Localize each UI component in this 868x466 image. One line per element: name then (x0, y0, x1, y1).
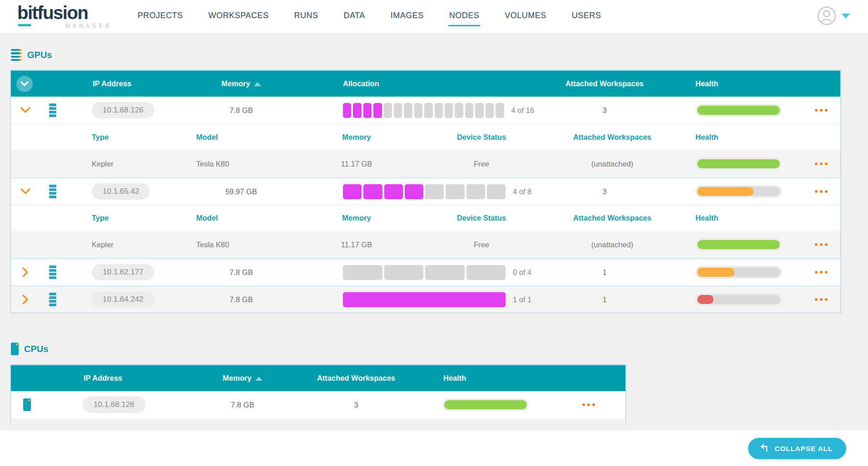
allocation-bar (343, 103, 504, 118)
workspaces-count: 1 (534, 295, 675, 304)
node-icon (49, 265, 56, 279)
gpu-row: 10.1.65.42 59.97 GB 4 of 8 3 (11, 177, 840, 205)
nav-runs[interactable]: RUNS (293, 7, 319, 26)
memory-value: 7.8 GB (193, 106, 289, 115)
col-ip-address: IP Address (66, 79, 193, 88)
ip-address-pill: 10.1.64.242 (92, 291, 154, 308)
nav-users[interactable]: USERS (571, 7, 602, 26)
expand-row-button[interactable] (11, 267, 40, 277)
nav-images[interactable]: IMAGES (390, 7, 425, 26)
subcol-health: Health (675, 214, 802, 222)
health-bar (420, 398, 551, 411)
collapse-all-button[interactable]: COLLAPSE ALL (748, 438, 846, 459)
allocation-label: 4 of 16 (511, 106, 534, 115)
subcol-type: Type (82, 133, 186, 142)
gpu-device-row: Kepler Tesla K80 11.17 GB Free (unattach… (11, 150, 840, 177)
col-health: Health (420, 374, 551, 383)
row-actions-button[interactable] (551, 403, 625, 406)
col-memory-sortable[interactable]: Memory (193, 374, 293, 383)
footer-bar: COLLAPSE ALL (0, 431, 868, 466)
ip-address-pill: 10.1.65.42 (92, 183, 150, 200)
node-icon (49, 103, 56, 117)
main-nav: PROJECTS WORKSPACES RUNS DATA IMAGES NOD… (137, 7, 602, 26)
subcol-attached-workspaces: Attached Workspaces (550, 214, 675, 222)
col-health: Health (675, 79, 802, 88)
sort-asc-icon (255, 377, 263, 381)
workspaces-count: 1 (534, 268, 675, 277)
collapse-arrow-icon (759, 444, 769, 454)
cpus-table: IP Address Memory Attached Workspaces He… (10, 364, 626, 425)
device-memory: 11.17 GB (300, 160, 413, 168)
health-bar (675, 185, 802, 198)
collapse-row-button[interactable] (11, 188, 40, 195)
workspaces-count: 3 (293, 401, 420, 409)
allocation-cell: 1 of 1 (289, 292, 534, 307)
gpu-row: 10.1.64.242 7.8 GB 1 of 1 1 (11, 285, 840, 313)
row-actions-button[interactable] (802, 190, 840, 193)
ip-address-pill: 10.1.68.126 (83, 397, 145, 413)
memory-value: 7.8 GB (193, 401, 293, 409)
health-bar (675, 293, 802, 306)
row-actions-button[interactable] (802, 243, 840, 246)
cpus-section: CPUs IP Address Memory Attached Workspac… (0, 343, 868, 425)
nav-data[interactable]: DATA (342, 7, 366, 26)
gpus-section: GPUs IP Address Memory Allocation Attach… (0, 49, 868, 314)
gpus-title: GPUs (27, 50, 52, 60)
user-menu[interactable] (817, 6, 850, 25)
ip-address-pill: 10.1.68.126 (92, 102, 154, 118)
nav-nodes[interactable]: NODES (448, 7, 481, 26)
col-memory-sortable[interactable]: Memory (193, 79, 289, 88)
cpu-node-icon (23, 398, 31, 411)
collapse-row-button[interactable] (11, 107, 40, 113)
nav-projects[interactable]: PROJECTS (137, 7, 184, 26)
device-memory: 11.17 GB (300, 240, 413, 249)
gpus-icon (11, 49, 22, 61)
nav-workspaces[interactable]: WORKSPACES (208, 7, 270, 26)
health-bar (675, 104, 802, 117)
device-type: Kepler (82, 160, 186, 168)
nav-volumes[interactable]: VOLUMES (504, 7, 547, 26)
chevron-down-icon (20, 81, 29, 87)
device-model: Tesla K80 (186, 160, 300, 168)
health-bar (675, 157, 802, 170)
node-icon (49, 293, 56, 306)
cpu-row-partial (11, 418, 625, 425)
chevron-right-icon (22, 267, 29, 277)
brand-name: bitfusion (17, 4, 112, 21)
subcol-model: Model (186, 214, 300, 222)
allocation-label: 1 of 1 (513, 295, 531, 304)
health-bar (675, 266, 802, 279)
subcol-health: Health (675, 133, 802, 142)
allocation-cell: 4 of 16 (289, 103, 534, 118)
gpu-row: 10.1.68.126 7.8 GB 4 of 16 3 (11, 97, 840, 124)
device-model: Tesla K80 (186, 240, 300, 249)
device-status: Free (413, 240, 550, 249)
workspaces-count: 3 (534, 187, 675, 196)
gpu-device-row: Kepler Tesla K80 11.17 GB Free (unattach… (11, 231, 840, 258)
subcol-memory: Memory (300, 133, 413, 142)
subcol-device-status: Device Status (413, 133, 550, 142)
chevron-right-icon (22, 294, 29, 304)
allocation-bar (343, 292, 506, 307)
col-ip-address: IP Address (43, 374, 193, 383)
brand-logo[interactable]: bitfusion MANAGER (17, 4, 112, 29)
workspaces-count: 3 (534, 106, 675, 115)
subcol-memory: Memory (300, 214, 413, 222)
allocation-bar (343, 184, 506, 199)
collapse-all-rows-button[interactable] (16, 76, 33, 92)
gpu-subtable-header: Type Model Memory Device Status Attached… (11, 205, 840, 231)
cpus-table-header: IP Address Memory Attached Workspaces He… (11, 365, 625, 391)
gpus-table: IP Address Memory Allocation Attached Wo… (10, 70, 841, 314)
cpus-section-title: CPUs (11, 343, 868, 355)
gpus-table-header: IP Address Memory Allocation Attached Wo… (11, 71, 840, 97)
allocation-cell: 4 of 8 (289, 184, 534, 199)
top-bar: bitfusion MANAGER PROJECTS WORKSPACES RU… (0, 0, 868, 34)
allocation-bar (343, 265, 506, 280)
row-actions-button[interactable] (802, 271, 840, 274)
row-actions-button[interactable] (802, 109, 840, 112)
expand-row-button[interactable] (11, 294, 40, 304)
row-actions-button[interactable] (802, 298, 840, 301)
row-actions-button[interactable] (802, 162, 840, 165)
subcol-device-status: Device Status (413, 214, 550, 222)
col-attached-workspaces: Attached Workspaces (293, 374, 420, 383)
